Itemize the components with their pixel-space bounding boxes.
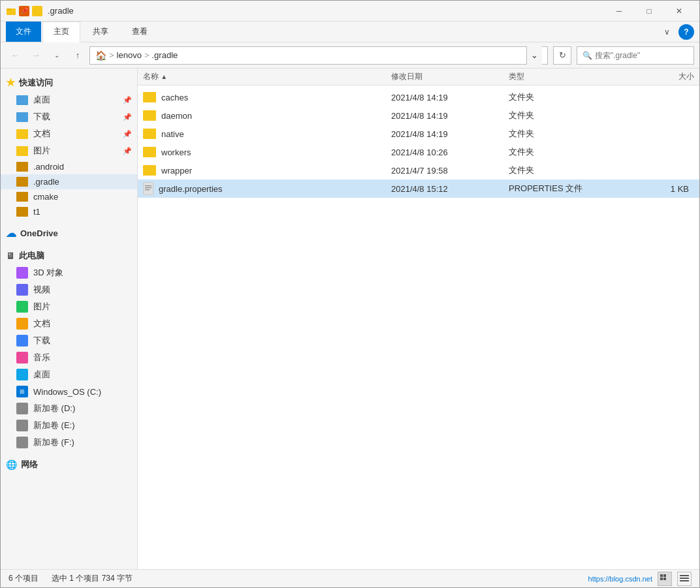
maximize-button[interactable]: □ (634, 1, 664, 22)
onedrive-header[interactable]: ☁ OneDrive (1, 224, 137, 242)
folder-icon-small (32, 6, 42, 16)
drivee-icon (16, 420, 28, 431)
svg-rect-9 (663, 578, 666, 580)
details-view-button[interactable] (677, 572, 692, 586)
column-type[interactable]: 类型 (503, 71, 621, 82)
close-button[interactable]: ✕ (664, 1, 694, 22)
sidebar-item-windowsc[interactable]: ⊞ Windows_OS (C:) (1, 383, 137, 400)
3d-icon (16, 267, 28, 279)
download-pc-icon (16, 335, 28, 347)
sidebar-item-cmake[interactable]: cmake (1, 189, 137, 204)
caches-date: 2021/4/8 14:19 (386, 93, 503, 102)
sidebar-item-3d[interactable]: 3D 对象 (1, 264, 137, 281)
file-item-caches[interactable]: caches 2021/4/8 14:19 文件夹 (138, 88, 699, 106)
pc-icon: 🖥 (6, 251, 15, 261)
thispc-header[interactable]: 🖥 此电脑 (1, 247, 137, 264)
sidebar-item-desktop-pc[interactable]: 桌面 (1, 366, 137, 383)
sidebar-item-video[interactable]: 视频 (1, 281, 137, 298)
column-name[interactable]: 名称 ▲ (138, 71, 386, 82)
pin-icon-download: 📌 (123, 113, 132, 121)
address-path[interactable]: 🏠 > lenovo > .gradle ⌄ (89, 46, 548, 65)
file-item-gradleprops[interactable]: gradle.properties 2021/4/8 15:12 PROPERT… (138, 179, 699, 198)
path-home-icon: 🏠 (95, 50, 106, 61)
app-icon (6, 6, 16, 16)
sidebar-item-docs-pc[interactable]: 文档 (1, 315, 137, 332)
wrapper-name: wrapper (161, 166, 192, 176)
pin-icon-pictures: 📌 (123, 147, 132, 155)
address-dropdown-arrow[interactable]: ⌄ (526, 46, 542, 65)
quick-access-label: 快速访问 (19, 77, 53, 89)
svg-rect-7 (663, 574, 666, 577)
sidebar-item-download-pc-label: 下载 (33, 335, 50, 347)
sidebar-item-docs[interactable]: 文档 📌 (1, 125, 137, 142)
sidebar-item-download[interactable]: 下载 📌 (1, 108, 137, 125)
sidebar-item-android-label: .android (33, 162, 64, 172)
sidebar: ★ 快速访问 桌面 📌 下载 📌 文档 📌 (1, 69, 138, 569)
window-title: .gradle (48, 6, 74, 16)
title-bar-icons: 📌 (6, 6, 42, 16)
main-area: ★ 快速访问 桌面 📌 下载 📌 文档 📌 (1, 69, 699, 569)
search-input[interactable] (595, 51, 688, 60)
sidebar-item-download-pc[interactable]: 下载 (1, 332, 137, 349)
drived-icon (16, 403, 28, 414)
file-item-daemon[interactable]: daemon 2021/4/8 14:19 文件夹 (138, 106, 699, 125)
caches-folder-icon (143, 92, 156, 102)
svg-rect-6 (660, 574, 663, 577)
sidebar-item-gradle-label: .gradle (33, 177, 59, 187)
sidebar-item-pictures-pc-label: 图片 (33, 301, 50, 313)
workers-date: 2021/4/8 10:26 (386, 147, 503, 157)
sidebar-item-drived[interactable]: 新加卷 (D:) (1, 400, 137, 417)
dropdown-button[interactable]: ⌄ (48, 46, 66, 65)
network-icon: 🌐 (6, 459, 17, 470)
file-item-workers[interactable]: workers 2021/4/8 10:26 文件夹 (138, 143, 699, 161)
sidebar-item-gradle[interactable]: .gradle (1, 174, 137, 189)
gradleprops-date: 2021/4/8 15:12 (386, 184, 503, 194)
status-right: https://blog.csdn.net (588, 572, 692, 586)
quick-access-header: ★ 快速访问 (1, 74, 137, 91)
tab-view[interactable]: 查看 (121, 22, 159, 42)
docs-pc-icon (16, 318, 28, 330)
help-button[interactable]: ? (678, 24, 694, 40)
network-label: 网络 (21, 459, 38, 471)
svg-rect-12 (680, 580, 689, 581)
sidebar-item-t1[interactable]: t1 (1, 204, 137, 219)
sidebar-item-drivee[interactable]: 新加卷 (E:) (1, 417, 137, 434)
search-box: 🔍 (577, 46, 694, 65)
list-view-button[interactable] (658, 572, 672, 586)
up-button[interactable]: ↑ (69, 46, 87, 65)
sidebar-item-docs-pc-label: 文档 (33, 318, 50, 330)
item-count: 6 个项目 (8, 573, 39, 584)
daemon-type: 文件夹 (503, 110, 621, 121)
tab-home[interactable]: 主页 (42, 22, 80, 42)
native-date: 2021/4/8 14:19 (386, 129, 503, 139)
minimize-button[interactable]: ─ (604, 1, 634, 22)
sidebar-item-download-label: 下载 (33, 111, 50, 123)
column-date[interactable]: 修改日期 (386, 71, 503, 82)
file-item-wrapper[interactable]: wrapper 2021/4/7 19:58 文件夹 (138, 161, 699, 179)
cmake-folder-icon (16, 192, 28, 202)
refresh-button[interactable]: ↻ (553, 46, 571, 65)
window-controls: ─ □ ✕ (604, 1, 694, 22)
network-header[interactable]: 🌐 网络 (1, 456, 137, 473)
sidebar-item-desktop[interactable]: 桌面 📌 (1, 91, 137, 108)
file-item-native[interactable]: native 2021/4/8 14:19 文件夹 (138, 125, 699, 143)
sidebar-item-pictures-pc[interactable]: 图片 (1, 298, 137, 315)
native-name: native (161, 129, 184, 139)
svg-rect-8 (660, 578, 663, 580)
sidebar-item-drivee-label: 新加卷 (E:) (33, 420, 75, 431)
sidebar-item-pictures[interactable]: 图片 📌 (1, 142, 137, 159)
sort-arrow-icon: ▲ (161, 73, 167, 80)
search-icon: 🔍 (582, 51, 592, 60)
sidebar-item-android[interactable]: .android (1, 159, 137, 174)
ribbon-expand-button[interactable]: ∨ (660, 25, 673, 39)
sidebar-item-music[interactable]: 音乐 (1, 349, 137, 366)
back-button[interactable]: ← (6, 46, 24, 65)
tab-file[interactable]: 文件 (6, 22, 41, 42)
forward-button[interactable]: → (27, 46, 45, 65)
gradle-folder-icon (16, 177, 28, 187)
tab-share[interactable]: 共享 (82, 22, 119, 42)
column-size[interactable]: 大小 (621, 71, 699, 82)
pictures-folder-icon (16, 146, 28, 156)
sidebar-item-drivef[interactable]: 新加卷 (F:) (1, 434, 137, 451)
windows-icon: ⊞ (16, 386, 28, 397)
